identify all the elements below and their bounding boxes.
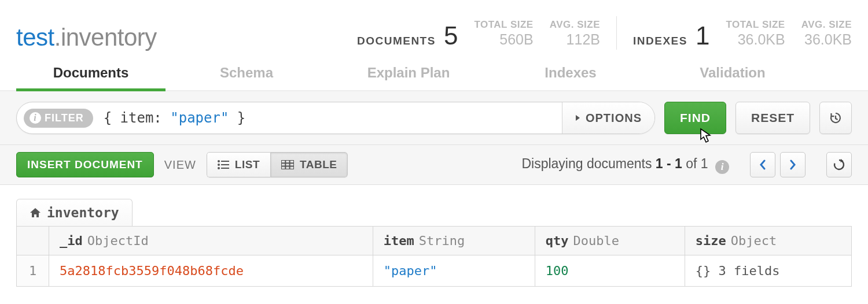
next-page-button[interactable]: [780, 152, 806, 177]
svg-rect-3: [221, 164, 229, 165]
indexes-stat: INDEXES 1: [633, 24, 709, 47]
table-row[interactable]: 1 5a2818fcb3559f048b68fcde "paper" 100 {…: [17, 255, 852, 287]
chevron-left-icon: [759, 160, 766, 170]
documents-label: DOCUMENTS: [357, 35, 436, 47]
tab-indexes[interactable]: Indexes: [490, 65, 652, 90]
svg-point-0: [218, 160, 220, 162]
tab-validation[interactable]: Validation: [652, 65, 814, 90]
find-button[interactable]: FIND: [664, 102, 726, 134]
filter-badge-label: FILTER: [45, 112, 84, 124]
view-list-button[interactable]: LIST: [207, 152, 270, 177]
column-header-item[interactable]: itemString: [373, 227, 535, 255]
svg-rect-5: [221, 168, 229, 169]
indexes-count: 1: [696, 24, 709, 47]
indexes-label: INDEXES: [633, 35, 687, 47]
tab-documents[interactable]: Documents: [16, 65, 165, 90]
indexes-avg-size: AVG. SIZE 36.0KB: [801, 19, 852, 48]
list-icon: [218, 160, 229, 169]
svg-rect-6: [281, 160, 294, 169]
reset-button[interactable]: RESET: [735, 102, 810, 134]
breadcrumb[interactable]: inventory: [16, 199, 133, 226]
cell-qty[interactable]: 100: [535, 255, 685, 287]
prev-page-button[interactable]: [750, 152, 775, 177]
history-icon: [829, 111, 843, 125]
documents-stat: DOCUMENTS 5: [357, 24, 458, 47]
documents-count: 5: [444, 24, 458, 47]
svg-point-4: [218, 167, 220, 169]
refresh-icon: [833, 158, 845, 171]
displaying-text: Displaying documents 1 - 1 of 1 i: [521, 156, 729, 174]
svg-point-2: [218, 164, 220, 166]
view-label: VIEW: [164, 158, 196, 172]
column-header-qty[interactable]: qtyDouble: [535, 227, 685, 255]
view-toggle: LIST TABLE: [207, 152, 348, 177]
filter-input-container: i FILTER { item: "paper" } OPTIONS: [16, 102, 655, 134]
tab-bar: Documents Schema Explain Plan Indexes Va…: [0, 65, 868, 91]
tab-explain-plan[interactable]: Explain Plan: [328, 65, 490, 90]
chevron-right-icon: [789, 160, 796, 170]
cursor-icon: [697, 128, 714, 147]
namespace-dot: .: [54, 24, 61, 51]
refresh-button[interactable]: [826, 152, 852, 177]
row-number: 1: [17, 255, 49, 287]
database-name: test: [16, 24, 54, 51]
home-icon: [30, 207, 41, 218]
cell-id[interactable]: 5a2818fcb3559f048b68fcde: [49, 255, 373, 287]
history-button[interactable]: [819, 102, 852, 134]
documents-avg-size: AVG. SIZE 112B: [550, 19, 600, 48]
info-icon: i: [30, 112, 41, 124]
column-header-id[interactable]: _idObjectId: [49, 227, 373, 255]
filter-badge: i FILTER: [24, 109, 93, 128]
pager: [750, 152, 806, 177]
results-table: _idObjectId itemString qtyDouble sizeObj…: [16, 226, 852, 287]
info-icon[interactable]: i: [715, 160, 729, 174]
table-icon: [281, 160, 294, 169]
filter-query-input[interactable]: { item: "paper" }: [93, 110, 562, 126]
caret-right-icon: [575, 114, 581, 121]
options-button[interactable]: OPTIONS: [562, 102, 654, 134]
indexes-total-size: TOTAL SIZE 36.0KB: [726, 19, 785, 48]
row-number-header: [17, 227, 49, 255]
tab-schema[interactable]: Schema: [165, 65, 328, 90]
collection-name: inventory: [61, 24, 157, 51]
cell-item[interactable]: "paper": [373, 255, 535, 287]
view-table-button[interactable]: TABLE: [270, 152, 348, 177]
stats-divider: [616, 16, 617, 50]
cell-size[interactable]: {} 3 fields: [685, 255, 851, 287]
svg-rect-1: [221, 161, 229, 162]
namespace-title: test.inventory: [16, 25, 157, 50]
insert-document-button[interactable]: INSERT DOCUMENT: [16, 152, 154, 177]
documents-total-size: TOTAL SIZE 560B: [474, 19, 533, 48]
column-header-size[interactable]: sizeObject: [685, 227, 851, 255]
